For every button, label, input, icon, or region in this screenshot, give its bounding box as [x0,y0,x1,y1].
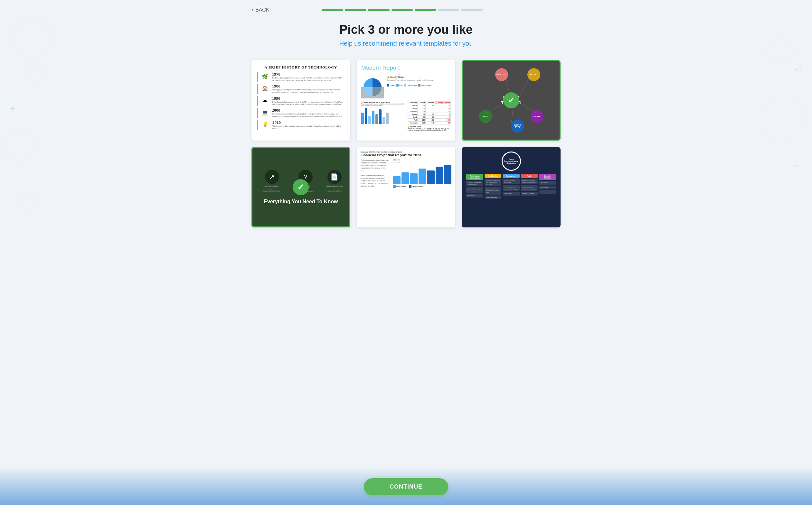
financial-chart: 1,500,000 1,250,000 [393,159,452,188]
history-item-1970: 🌿 1970 The first Apple computer was rele… [257,72,345,82]
team-columns: Performance Expectations Celebrate achie… [466,174,556,199]
report-title: Modern Report [361,65,451,73]
history-item-2010: 💡 2010 This decade was filled with innov… [257,120,345,130]
page-wrapper: ‹ BACK Pick 3 or more you like Help us r… [245,0,567,266]
history-icon-1980: 🏠 [260,83,269,93]
svg-line-3 [521,104,537,113]
back-chevron-icon: ‹ [251,6,253,13]
history-item-1980: 🏠 1980 After Apple, other companies like… [257,83,345,94]
template-card-financial[interactable]: Graphic Gorilla The Online Design Studio… [357,147,456,227]
progress-seg-6 [438,9,459,11]
history-icon-2000: 💻 [260,108,269,117]
template-card-history[interactable]: A Brief History of Technology 🌿 1970 The… [251,60,350,141]
template-card-team-comm[interactable]: Team Communication Strategies Performanc… [462,147,561,227]
progress-seg-1 [322,9,343,11]
financial-title: Financial Projection Report for 2023 [361,153,452,157]
history-item-2000: 💻 2000 Before this decade, a cell phone … [257,108,345,118]
report-content: Modern Report 💰 Money Spent Su [357,60,456,141]
progress-seg-4 [391,9,413,11]
continue-button[interactable]: CONTINUE [364,478,448,495]
financial-text: This final report examines the past year… [361,159,390,188]
team-col-executive: Executive Standup Stay on topic Start on… [539,174,556,199]
svg-line-4 [511,110,513,123]
templates-grid: A Brief History of Technology 🌿 1970 The… [251,60,561,227]
team-col-tools: Tools Redirect managing for Work Google … [521,174,538,199]
financial-content: Graphic Gorilla The Online Design Studio… [357,147,456,227]
card-preview-team: Team Communication Strategies Performanc… [462,147,561,227]
team-col-performance: Performance Expectations Celebrate achie… [466,174,483,199]
page-subtitle: Help us recommend relevant templates for… [251,40,561,47]
card-preview-history: A Brief History of Technology 🌿 1970 The… [251,60,350,141]
card-preview-financial: Graphic Gorilla The Online Design Studio… [357,147,456,227]
history-item-1990: ☁ 1990 The technological advancements ma… [257,96,345,106]
history-icon-2010: 💡 [261,120,270,129]
history-icon-1990: ☁ [260,96,269,105]
fin-bars [393,165,452,184]
arrow-icon: ↗ [265,170,279,184]
history-content: A Brief History of Technology 🌿 1970 The… [251,60,350,141]
team-col-transparency: Transparency Discuss and define priority… [502,174,519,199]
fin-legend: Actual Revenue Optimal Revenue [393,185,452,188]
progress-seg-7 [461,9,482,11]
icon-group-arrow: ↗ Buy Low, Sell High Strategies to make … [257,170,287,192]
dark-guide-selected-check: ✓ [293,179,309,195]
progress-seg-2 [345,9,366,11]
page-title: Pick 3 or more you like [251,23,561,37]
pie-chart-svg [361,76,384,99]
title-section: Pick 3 or more you like Help us recommen… [251,23,561,47]
dark-guide-footer-title: Everything You Need To Know [264,199,338,205]
template-card-modern-report[interactable]: Modern Report 💰 Money Spent Su [357,60,456,141]
team-center-circle: Team Communication Strategies [502,152,521,171]
progress-seg-5 [415,9,436,11]
header: ‹ BACK [251,6,561,13]
back-button[interactable]: ‹ BACK [251,6,269,13]
progress-seg-3 [368,9,389,11]
pie-legend: 💰 Money Spent Summary of how much money … [387,76,434,99]
team-content: Team Communication Strategies Performanc… [462,147,561,227]
studio-name: Graphic Gorilla The Online Design Studio [361,151,452,153]
template-card-design-thinking[interactable]: DESIGNTHINKING EMPATHIZE DEFINE IDEATE P… [462,60,561,141]
report-pie-area: 💰 Money Spent Summary of how much money … [361,76,451,99]
card-preview-modern-report: Modern Report 💰 Money Spent Su [357,60,456,141]
saved-note: 💰 Spent vs. Saved Budget was originally … [408,126,451,131]
icon-group-doc: 📄 Get Familiar with Filing Get familiar … [324,170,345,192]
report-bar-area: 📊 Expense By Sub-Categories Total expens… [361,101,451,131]
bottom-bar: CONTINUE [0,466,812,505]
progress-bar [322,9,483,11]
design-selected-check: ✓ [503,92,519,109]
history-icon-1970: 🌿 [260,72,269,81]
history-title: A Brief History of Technology [257,65,345,69]
report-table-mini: CategoryBudgetExpenseBudget Expense Phon… [408,101,451,131]
team-col-goals: Goal Setting Set both comprehensive view… [485,174,502,199]
bar-chart-mini: 📊 Expense By Sub-Categories Total expens… [361,101,404,131]
back-label: BACK [255,7,269,13]
financial-body: This final report examines the past year… [361,159,452,188]
bar-rows [361,108,404,124]
doc-icon: 📄 [327,170,342,184]
financial-header: Graphic Gorilla The Online Design Studio… [361,151,452,157]
template-card-dark-guide[interactable]: ↗ Buy Low, Sell High Strategies to make … [251,147,350,227]
